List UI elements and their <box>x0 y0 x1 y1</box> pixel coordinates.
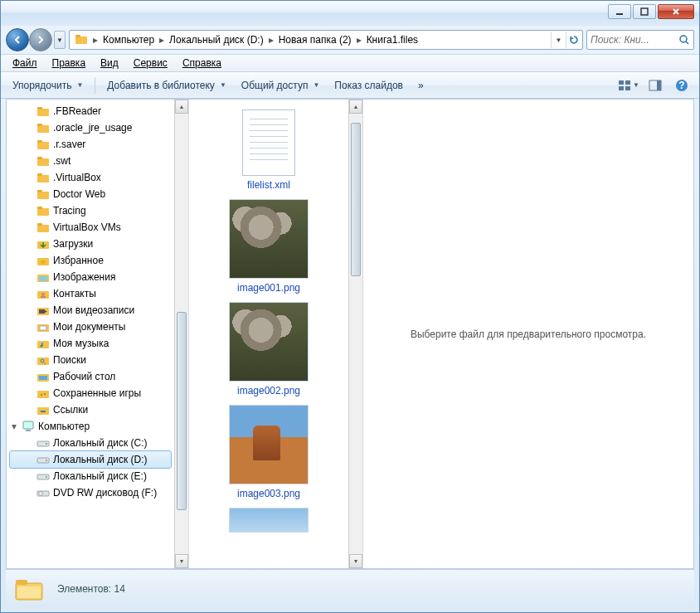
preview-pane: Выберите файл для предварительного просм… <box>363 100 693 568</box>
tree-item-label: VirtualBox VMs <box>53 221 121 233</box>
tree-item[interactable]: Ссылки <box>7 401 174 418</box>
history-dropdown[interactable]: ▼ <box>54 31 66 49</box>
refresh-button[interactable] <box>566 32 581 48</box>
tree-item[interactable]: Избранное <box>7 252 174 269</box>
more-button[interactable]: » <box>411 76 430 95</box>
tree-item[interactable]: Рабочий стол <box>7 368 174 385</box>
scroll-up-button[interactable]: ▴ <box>349 100 362 114</box>
tree-item[interactable]: Поиски <box>7 352 174 368</box>
scroll-down-button[interactable]: ▾ <box>175 554 188 568</box>
tree-item[interactable]: Локальный диск (C:) <box>7 435 174 451</box>
menu-help[interactable]: Справка <box>176 56 228 71</box>
tree-item[interactable]: Изображения <box>7 269 174 285</box>
scroll-thumb[interactable] <box>351 123 361 277</box>
tree-item[interactable]: .r.saver <box>7 136 174 153</box>
svg-rect-8 <box>625 86 630 90</box>
tree-item[interactable]: .swt <box>7 153 174 169</box>
tree-item[interactable]: VirtualBox VMs <box>7 219 174 236</box>
tree-item-label: .r.saver <box>53 139 85 150</box>
tree-item-label: Локальный диск (D:) <box>53 454 148 465</box>
file-item[interactable] <box>211 508 327 533</box>
minimize-button[interactable] <box>608 4 631 19</box>
folder-icon <box>75 33 88 46</box>
svg-rect-7 <box>619 86 624 90</box>
tree-item-label: Рабочий стол <box>53 371 115 382</box>
chevron-right-icon: ▸ <box>355 34 363 46</box>
view-mode-button[interactable]: ▼ <box>616 75 641 95</box>
navigation-tree[interactable]: .FBReader.oracle_jre_usage.r.saver.swt.V… <box>7 100 174 568</box>
preview-pane-button[interactable] <box>643 75 668 95</box>
svg-rect-45 <box>39 376 47 380</box>
tree-item[interactable]: Локальный диск (E:) <box>7 468 174 484</box>
tree-scrollbar[interactable]: ▴ ▾ <box>174 100 188 568</box>
svg-rect-16 <box>37 124 42 126</box>
search-box[interactable] <box>586 30 694 50</box>
svg-point-53 <box>46 443 47 445</box>
breadcrumb-item[interactable]: Компьютер <box>100 31 158 49</box>
file-item[interactable]: image003.png <box>211 405 327 499</box>
expand-icon[interactable]: ▾ <box>10 421 18 432</box>
tree-item[interactable]: .FBReader <box>7 103 174 119</box>
search-input[interactable] <box>591 34 678 46</box>
breadcrumb-item[interactable]: Новая папка (2) <box>275 31 355 49</box>
svg-rect-20 <box>37 157 42 159</box>
scroll-thumb[interactable] <box>177 312 187 510</box>
tree-item-label: .oracle_jre_usage <box>53 122 132 134</box>
chevron-right-icon: ▸ <box>158 34 166 46</box>
svg-rect-17 <box>37 142 49 149</box>
organize-button[interactable]: Упорядочить▼ <box>6 76 90 95</box>
help-button[interactable]: ? <box>669 75 694 95</box>
scroll-up-button[interactable]: ▴ <box>175 100 188 114</box>
menu-tools[interactable]: Сервис <box>127 56 174 71</box>
svg-rect-42 <box>37 358 49 365</box>
tree-item[interactable]: Мои видеозаписи <box>7 302 174 319</box>
chevron-right-icon: ▸ <box>267 34 275 46</box>
breadcrumb-item[interactable]: Книга1.files <box>363 31 421 49</box>
file-label: image003.png <box>237 488 300 499</box>
search-icon <box>678 34 690 46</box>
file-thumbnail <box>242 109 295 176</box>
tree-item[interactable]: ▾Компьютер <box>7 418 174 435</box>
tree-item[interactable]: Моя музыка <box>7 335 174 352</box>
tree-item[interactable]: Локальный диск (D:) <box>10 451 171 468</box>
back-button[interactable] <box>6 28 29 51</box>
file-item[interactable]: filelist.xml <box>211 109 327 191</box>
share-button[interactable]: Общий доступ▼ <box>235 76 327 95</box>
svg-point-57 <box>46 476 47 478</box>
tree-item[interactable]: .VirtualBox <box>7 169 174 186</box>
files-scrollbar[interactable]: ▴ ▾ <box>348 100 362 568</box>
svg-rect-2 <box>75 36 87 44</box>
tree-item[interactable]: Сохраненные игры <box>7 385 174 401</box>
tree-item-label: Локальный диск (C:) <box>53 437 148 449</box>
menu-edit[interactable]: Правка <box>46 56 93 71</box>
tree-item[interactable]: .oracle_jre_usage <box>7 119 174 136</box>
menu-view[interactable]: Вид <box>94 56 125 71</box>
tree-item-label: Избранное <box>53 255 104 266</box>
file-item[interactable]: image001.png <box>211 199 327 294</box>
tree-item[interactable]: DVD RW дисковод (F:) <box>7 484 174 501</box>
svg-point-4 <box>680 36 687 42</box>
tree-item[interactable]: Doctor Web <box>7 186 174 202</box>
tree-item-label: .VirtualBox <box>53 172 101 183</box>
svg-point-34 <box>41 293 45 296</box>
scroll-down-button[interactable]: ▾ <box>349 554 362 568</box>
slideshow-button[interactable]: Показ слайдов <box>328 76 410 95</box>
forward-button[interactable] <box>29 28 52 51</box>
add-to-library-button[interactable]: Добавить в библиотеку▼ <box>100 76 232 95</box>
tree-item-label: Ссылки <box>53 404 88 416</box>
file-item[interactable]: image002.png <box>211 302 327 397</box>
file-thumbnail <box>229 302 309 382</box>
tree-item[interactable]: Контакты <box>7 285 174 302</box>
tree-item[interactable]: Мои документы <box>7 319 174 335</box>
maximize-button[interactable] <box>633 4 656 19</box>
breadcrumb-item[interactable]: Локальный диск (D:) <box>166 31 267 49</box>
svg-rect-10 <box>657 80 661 90</box>
files-list[interactable]: filelist.xmlimage001.pngimage002.pngimag… <box>189 100 348 568</box>
address-dropdown[interactable]: ▼ <box>551 32 566 48</box>
tree-item[interactable]: Tracing <box>7 202 174 219</box>
address-bar[interactable]: ▸ Компьютер ▸ Локальный диск (D:) ▸ Нова… <box>69 30 583 50</box>
close-button[interactable] <box>658 4 694 19</box>
menu-file[interactable]: Файл <box>6 56 44 71</box>
tree-item[interactable]: Загрузки <box>7 236 174 252</box>
content-area: .FBReader.oracle_jre_usage.r.saver.swt.V… <box>6 99 694 569</box>
